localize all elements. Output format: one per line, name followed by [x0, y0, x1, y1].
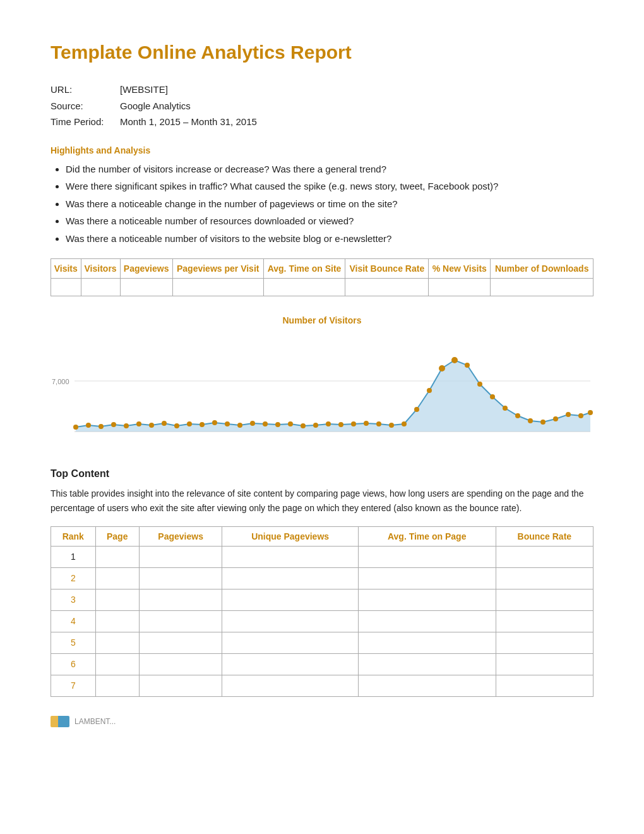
col-pageviews: Pageviews [120, 259, 172, 279]
content-col-unique-pageviews: Unique Pageviews [222, 526, 358, 546]
content-table: Rank Page Pageviews Unique Pageviews Avg… [51, 526, 593, 697]
meta-block: URL: [WEBSITE] Source: Google Analytics … [51, 82, 593, 130]
content-col-avg-time: Avg. Time on Page [358, 526, 496, 546]
page-title: Template Online Analytics Report [51, 38, 593, 66]
content-col-page: Page [95, 526, 139, 546]
source-label: Source: [51, 98, 120, 114]
highlights-list: Did the number of visitors increase or d… [66, 162, 593, 246]
svg-point-36 [490, 394, 495, 399]
analytics-table: Visits Visitors Pageviews Pageviews per … [51, 258, 593, 296]
svg-point-5 [98, 424, 104, 429]
svg-point-25 [351, 421, 356, 426]
svg-point-19 [275, 422, 280, 427]
url-value: [WEBSITE] [120, 82, 168, 98]
list-item: Was there a noticeable change in the num… [66, 197, 593, 212]
top-content-heading: Top Content [51, 466, 593, 481]
svg-point-26 [364, 421, 369, 426]
svg-point-8 [136, 421, 141, 426]
svg-point-37 [503, 406, 508, 411]
url-label: URL: [51, 82, 120, 98]
content-col-pageviews: Pageviews [139, 526, 222, 546]
table-row: 2 [51, 568, 593, 589]
table-row: 5 [51, 632, 593, 654]
svg-point-3 [73, 425, 78, 430]
period-value: Month 1, 2015 – Month 31, 2015 [120, 114, 257, 130]
svg-point-4 [86, 423, 91, 428]
svg-point-12 [187, 421, 192, 426]
footer-text: LAMBENT... [75, 716, 116, 727]
content-col-rank: Rank [51, 526, 96, 546]
svg-point-27 [376, 421, 381, 426]
svg-point-18 [263, 421, 268, 426]
svg-point-42 [566, 412, 571, 417]
svg-point-41 [553, 416, 558, 421]
svg-point-24 [338, 422, 343, 427]
svg-point-33 [451, 357, 458, 363]
svg-point-40 [540, 420, 546, 425]
chart-title: Number of Visitors [51, 314, 593, 327]
svg-point-6 [111, 422, 116, 427]
footer-logo [51, 716, 69, 727]
svg-point-31 [427, 388, 432, 393]
svg-point-32 [439, 365, 445, 372]
col-visits: Visits [51, 259, 81, 279]
svg-point-10 [162, 421, 167, 426]
svg-text:7,000: 7,000 [52, 378, 69, 385]
svg-point-29 [402, 421, 407, 426]
col-new-visits: % New Visits [429, 259, 491, 279]
list-item: Was there a noticeable number of visitor… [66, 232, 593, 246]
svg-point-16 [237, 423, 242, 428]
svg-point-22 [313, 423, 318, 428]
col-avg-time: Avg. Time on Site [263, 259, 345, 279]
footer: LAMBENT... [51, 716, 593, 727]
svg-point-21 [301, 423, 306, 428]
period-label: Time Period: [51, 114, 120, 130]
list-item: Did the number of visitors increase or d… [66, 162, 593, 177]
svg-point-23 [326, 421, 331, 426]
svg-point-43 [578, 413, 583, 418]
svg-point-14 [212, 420, 217, 425]
svg-point-11 [174, 423, 179, 428]
svg-point-13 [200, 422, 205, 427]
table-row: 3 [51, 589, 593, 611]
table-row [51, 279, 593, 296]
svg-point-39 [528, 418, 533, 423]
svg-point-20 [288, 421, 293, 426]
table-row: 6 [51, 654, 593, 675]
col-pageviews-per-visit: Pageviews per Visit [172, 259, 263, 279]
highlights-heading: Highlights and Analysis [51, 144, 593, 157]
col-bounce-rate: Visit Bounce Rate [345, 259, 429, 279]
svg-point-28 [389, 423, 394, 428]
svg-point-30 [414, 407, 419, 412]
table-row: 4 [51, 611, 593, 632]
list-item: Were there significant spikes in traffic… [66, 179, 593, 194]
table-row: 7 [51, 675, 593, 697]
svg-point-9 [149, 423, 154, 428]
svg-point-38 [515, 413, 520, 418]
chart-container: 7,000 [51, 334, 593, 447]
svg-point-15 [225, 421, 230, 426]
col-visitors: Visitors [81, 259, 120, 279]
table-row: 1 [51, 547, 593, 568]
content-col-bounce-rate: Bounce Rate [496, 526, 593, 546]
list-item: Was there a noticeable number of resourc… [66, 214, 593, 229]
svg-point-34 [465, 363, 470, 368]
svg-point-35 [477, 382, 482, 387]
svg-point-7 [124, 423, 129, 428]
top-content-description: This table provides insight into the rel… [51, 486, 593, 515]
source-value: Google Analytics [120, 98, 191, 114]
col-downloads: Number of Downloads [491, 259, 593, 279]
svg-point-17 [250, 421, 255, 426]
svg-point-44 [588, 410, 593, 415]
